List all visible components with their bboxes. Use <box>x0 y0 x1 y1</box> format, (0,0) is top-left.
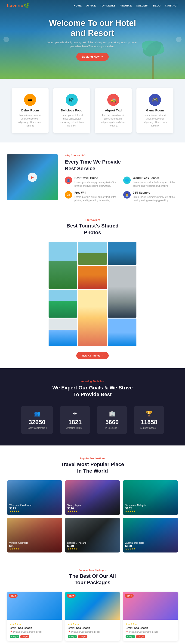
place-card-5[interactable]: Bangkok, Thailand $140 ★★★★★ <box>65 518 120 552</box>
why-item-content-support: 24/7 Support Lorem ipsum is simply dummy… <box>133 191 178 202</box>
nav-blog[interactable]: BLOG <box>153 4 161 7</box>
package-badge-3: $148 <box>125 594 133 598</box>
package-card-1[interactable]: $124 ★★★★★ Brazil Sea Beach 📍 Praia da C… <box>7 592 62 641</box>
package-card-3[interactable]: $148 ★★★★★ Brazil Sea Beach 📍 Praia da C… <box>123 592 178 641</box>
why-item-content-guide: Best Travel Guide Lorem ipsum is simply … <box>74 176 120 188</box>
feature-icon-game: 🎮 <box>149 94 161 106</box>
nav-home[interactable]: HOME <box>74 4 82 7</box>
hero-prev-button[interactable]: ‹ <box>3 36 9 42</box>
package-image-3: $148 <box>123 592 178 620</box>
package-card-2[interactable]: $130 ★★★★★ Brazil Sea Beach 📍 Praia da C… <box>65 592 120 641</box>
stat-number-support: 11858 <box>140 418 158 426</box>
nav-office[interactable]: OFFICE <box>86 4 96 7</box>
package-tags-2: 5 Night 1 Night <box>68 635 118 638</box>
nav-finance[interactable]: FINANCE <box>120 4 132 7</box>
gallery-item-8[interactable] <box>108 318 136 346</box>
feature-card-game: 🎮 Game Room Lorem ipsum dolor sit amet, … <box>136 88 174 133</box>
gallery-item-4[interactable] <box>78 266 107 289</box>
package-image-2: $130 <box>65 592 120 620</box>
feature-desc-airport: Lorem ipsum dolor sit amet, consectetur … <box>99 114 127 128</box>
place-card-4[interactable]: Victoria, Colombia $98 ★★★★★ <box>7 518 62 552</box>
place-stars-3: ★★★★★ <box>125 510 176 513</box>
stat-icon-business: 🏢 <box>103 411 121 417</box>
feature-desc-food: Lorem ipsum dolor sit amet, consectetur … <box>58 114 86 128</box>
stat-label-customers: Happy Customers + <box>27 427 47 429</box>
package-image-1: $124 <box>7 592 62 620</box>
gallery-section: Tour Gallery Best Tourist's SharedPhotos… <box>0 214 185 368</box>
packages-label: Popular Tour Packages <box>7 569 178 572</box>
carousel-dots <box>7 641 178 644</box>
hero-subtitle: Lorem ipsum is simply dummy text of the … <box>46 40 139 49</box>
feature-icon-food: 🍽 <box>66 94 78 106</box>
place-location-6: Jakarta, Indonesia <box>125 542 176 544</box>
place-stars-1: ★★★★★ <box>9 510 60 513</box>
gallery-item-6[interactable] <box>49 290 77 318</box>
stat-customers: 👥 32650 Happy Customers + <box>21 406 53 434</box>
package-tag-nights-3b: 3 Night <box>136 635 146 638</box>
stat-support: 🏆 11858 Support Cases + <box>134 406 164 434</box>
gallery-item-1[interactable] <box>49 242 77 289</box>
package-location-1: 📍 Praia da Castanheira, Brazil <box>10 630 59 633</box>
gallery-title: Best Tourist's SharedPhotos <box>7 222 178 236</box>
nav-contact[interactable]: CONTACT <box>165 4 178 7</box>
why-item-content-world: World Class Service Lorem ipsum is simpl… <box>133 176 178 188</box>
button-arrow-icon: ▼ <box>101 55 103 58</box>
why-grid: 👤 Best Travel Guide Lorem ipsum is simpl… <box>65 176 178 202</box>
stats-label: Amazing Statistics <box>7 380 178 383</box>
feature-title-airport: Airport Taxi <box>99 109 127 112</box>
feature-card-food: 🍽 Delicious Food Lorem ipsum dolor sit a… <box>53 88 90 133</box>
view-all-photos-button[interactable]: View All Photos → <box>76 352 109 359</box>
why-icon-world: 🌐 <box>123 176 131 184</box>
nav-gallery[interactable]: GALLERY <box>136 4 149 7</box>
gallery-item-5[interactable] <box>108 266 136 318</box>
hero-next-button[interactable]: › <box>176 36 182 42</box>
package-stars-2: ★★★★★ <box>68 622 118 626</box>
stat-label-tours: Amazing Tours + <box>66 427 84 429</box>
gallery-item-2[interactable] <box>78 242 107 265</box>
stat-number-customers: 32650 <box>27 418 47 426</box>
place-stars-4: ★★★★★ <box>9 548 60 550</box>
gallery-item-9[interactable] <box>49 318 77 346</box>
why-content: Why Choose Us? Every Time We ProvideBest… <box>65 154 178 202</box>
package-tags-1: 5 Night 7 Night <box>10 635 59 638</box>
feature-title-food: Delicious Food <box>58 109 86 112</box>
place-card-2[interactable]: Tokyo, Japan $110 ★★★★★ <box>65 480 120 515</box>
place-price-2: $110 <box>67 507 118 510</box>
package-name-3: Brazil Sea Beach <box>126 626 175 630</box>
why-item-world: 🌐 World Class Service Lorem ipsum is sim… <box>123 176 178 188</box>
navbar: Laverio🌿 HOME OFFICE TOP DEALS FINANCE G… <box>0 0 185 11</box>
play-button[interactable]: ▶ <box>28 172 37 182</box>
why-choose-section: ▶ Why Choose Us? Every Time We ProvideBe… <box>0 142 185 214</box>
nav-top-deals[interactable]: TOP DEALS <box>100 4 116 7</box>
why-item-support: 👨‍💼 24/7 Support Lorem ipsum is simply d… <box>123 191 178 202</box>
package-badge-1: $124 <box>9 594 17 598</box>
place-card-6[interactable]: Jakarta, Indonesia $150 ★★★★★ <box>123 518 178 552</box>
stat-icon-support: 🏆 <box>140 411 158 417</box>
stat-label-business: In Business + <box>103 427 121 429</box>
nav-links: HOME OFFICE TOP DEALS FINANCE GALLERY BL… <box>74 4 178 7</box>
stat-number-tours: 1821 <box>66 418 84 426</box>
package-tag-nights-3a: 5 Night <box>126 635 135 638</box>
feature-title-game: Game Room <box>141 109 169 112</box>
package-location-2: 📍 Praia da Castanheira, Brazil <box>68 630 118 633</box>
hero-content: Welcome To our Hoteland Resort Lorem ips… <box>42 18 143 61</box>
booking-now-button[interactable]: Booking Now ▼ <box>76 53 109 61</box>
why-image: ▶ <box>7 154 58 200</box>
place-card-1[interactable]: Türkistan, Kazakhstan $123 ★★★★★ <box>7 480 62 515</box>
why-label: Why Choose Us? <box>65 154 178 157</box>
gallery-item-7[interactable] <box>78 290 107 346</box>
place-location-4: Victoria, Colombia <box>9 542 60 544</box>
feature-card-airport: 🚕 Airport Taxi Lorem ipsum dolor sit ame… <box>95 88 132 133</box>
hero-section: ‹ Welcome To our Hoteland Resort Lorem i… <box>0 0 185 79</box>
brand-icon: 🌿 <box>23 3 29 8</box>
place-location-1: Türkistan, Kazakhstan <box>9 504 60 507</box>
place-price-5: $140 <box>67 544 118 548</box>
brand-logo[interactable]: Laverio🌿 <box>7 3 29 8</box>
stats-section: Amazing Statistics We Expert Our Goals &… <box>0 368 185 445</box>
packages-section: Popular Tour Packages The Best Of Our Al… <box>0 564 185 644</box>
why-icon-wifi: 📶 <box>65 191 72 198</box>
feature-card-delux: 🛏 Delux Room Lorem ipsum dolor sit amet,… <box>11 88 49 133</box>
place-card-3[interactable]: Semparno, Malaysia $302 ★★★★★ <box>123 480 178 515</box>
gallery-item-3[interactable] <box>108 242 136 265</box>
stat-business: 🏢 5660 In Business + <box>97 406 127 434</box>
